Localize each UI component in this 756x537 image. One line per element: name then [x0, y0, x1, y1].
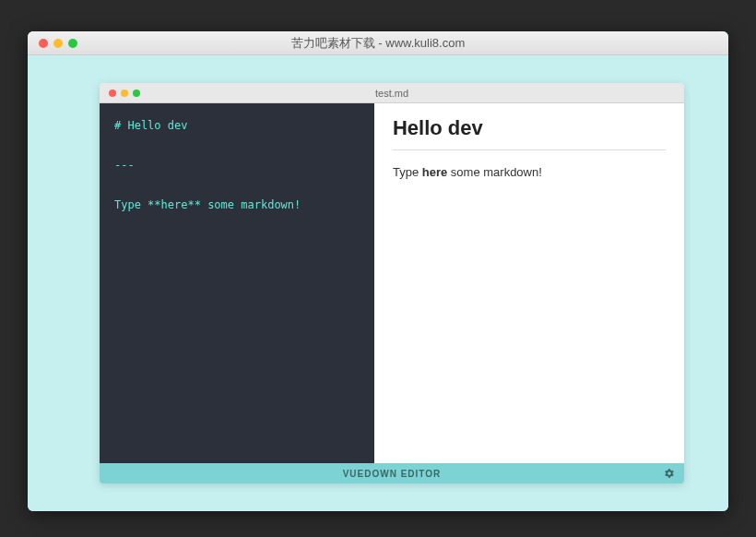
preview-divider — [393, 149, 666, 150]
maximize-icon[interactable] — [133, 90, 140, 97]
outer-window-body: test.md # Hello dev --- Type **here** so… — [28, 55, 728, 511]
inner-titlebar: test.md — [100, 83, 684, 103]
gear-icon[interactable] — [664, 468, 675, 479]
preview-heading: Hello dev — [393, 116, 666, 140]
filename-label: test.md — [100, 88, 684, 99]
editor-split: # Hello dev --- Type **here** some markd… — [100, 103, 684, 463]
preview-paragraph: Type here some markdown! — [393, 163, 666, 182]
minimize-icon[interactable] — [121, 90, 128, 97]
maximize-icon[interactable] — [68, 39, 77, 48]
outer-window-controls — [28, 39, 77, 48]
editor-app-window: test.md # Hello dev --- Type **here** so… — [100, 83, 684, 483]
preview-text: Type — [393, 165, 422, 179]
outer-window-title: 苦力吧素材下载 - www.kuli8.com — [28, 35, 728, 52]
inner-window-controls — [100, 90, 140, 97]
markdown-preview: Hello dev Type here some markdown! — [374, 103, 684, 463]
outer-titlebar: 苦力吧素材下载 - www.kuli8.com — [28, 31, 728, 55]
close-icon[interactable] — [109, 90, 116, 97]
footer-label: VUEDOWN EDITOR — [343, 469, 442, 479]
close-icon[interactable] — [39, 39, 48, 48]
editor-footer: VUEDOWN EDITOR — [100, 463, 684, 483]
preview-bold: here — [422, 165, 447, 179]
minimize-icon[interactable] — [53, 39, 63, 48]
preview-text: some markdown! — [447, 165, 542, 179]
browser-window: 苦力吧素材下载 - www.kuli8.com test.md # Hello … — [28, 31, 728, 511]
markdown-source-editor[interactable]: # Hello dev --- Type **here** some markd… — [100, 103, 374, 463]
